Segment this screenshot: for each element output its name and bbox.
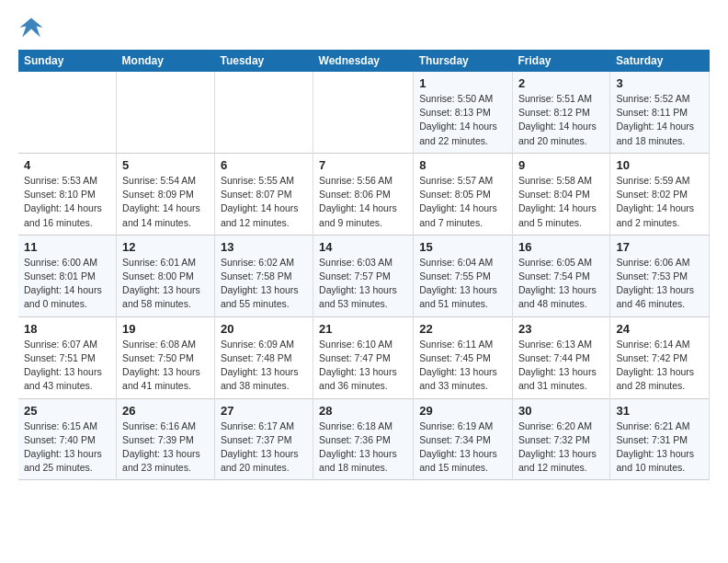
day-detail: Sunrise: 6:04 AMSunset: 7:55 PMDaylight:… bbox=[419, 256, 506, 312]
day-cell: 8Sunrise: 5:57 AMSunset: 8:05 PMDaylight… bbox=[414, 153, 513, 235]
header-thursday: Thursday bbox=[414, 50, 513, 72]
day-cell: 24Sunrise: 6:14 AMSunset: 7:42 PMDayligh… bbox=[610, 316, 710, 398]
day-detail: Sunrise: 6:09 AMSunset: 7:48 PMDaylight:… bbox=[221, 338, 307, 394]
day-cell: 16Sunrise: 6:05 AMSunset: 7:54 PMDayligh… bbox=[513, 235, 610, 316]
day-cell: 29Sunrise: 6:19 AMSunset: 7:34 PMDayligh… bbox=[414, 398, 513, 480]
day-detail: Sunrise: 5:50 AMSunset: 8:13 PMDaylight:… bbox=[419, 92, 506, 148]
day-cell: 21Sunrise: 6:10 AMSunset: 7:47 PMDayligh… bbox=[313, 316, 414, 398]
week-row-0: 1Sunrise: 5:50 AMSunset: 8:13 PMDaylight… bbox=[18, 72, 710, 153]
day-detail: Sunrise: 6:17 AMSunset: 7:37 PMDaylight:… bbox=[221, 419, 307, 476]
day-number: 4 bbox=[24, 158, 110, 172]
day-number: 30 bbox=[518, 404, 604, 418]
day-detail: Sunrise: 6:07 AMSunset: 7:51 PMDaylight:… bbox=[24, 338, 110, 394]
day-cell: 13Sunrise: 6:02 AMSunset: 7:58 PMDayligh… bbox=[214, 235, 313, 316]
week-row-2: 11Sunrise: 6:00 AMSunset: 8:01 PMDayligh… bbox=[18, 235, 710, 316]
calendar-header-row: SundayMondayTuesdayWednesdayThursdayFrid… bbox=[18, 50, 710, 72]
day-number: 23 bbox=[518, 322, 604, 336]
day-detail: Sunrise: 6:14 AMSunset: 7:42 PMDaylight:… bbox=[616, 338, 703, 394]
day-cell: 28Sunrise: 6:18 AMSunset: 7:36 PMDayligh… bbox=[313, 398, 414, 480]
header-friday: Friday bbox=[513, 50, 610, 72]
day-number: 14 bbox=[319, 240, 407, 254]
day-number: 29 bbox=[419, 404, 506, 418]
day-number: 7 bbox=[319, 158, 407, 172]
day-cell: 9Sunrise: 5:58 AMSunset: 8:04 PMDaylight… bbox=[513, 153, 610, 235]
day-detail: Sunrise: 5:56 AMSunset: 8:06 PMDaylight:… bbox=[319, 174, 407, 230]
day-detail: Sunrise: 6:10 AMSunset: 7:47 PMDaylight:… bbox=[319, 338, 407, 394]
logo-icon bbox=[18, 15, 44, 40]
day-detail: Sunrise: 5:59 AMSunset: 8:02 PMDaylight:… bbox=[616, 174, 703, 230]
day-cell: 3Sunrise: 5:52 AMSunset: 8:11 PMDaylight… bbox=[610, 72, 710, 153]
day-number: 10 bbox=[616, 158, 703, 172]
day-number: 17 bbox=[616, 240, 703, 254]
header-tuesday: Tuesday bbox=[214, 50, 313, 72]
day-detail: Sunrise: 6:06 AMSunset: 7:53 PMDaylight:… bbox=[616, 256, 703, 312]
day-detail: Sunrise: 6:16 AMSunset: 7:39 PMDaylight:… bbox=[122, 419, 209, 476]
day-detail: Sunrise: 6:01 AMSunset: 8:00 PMDaylight:… bbox=[122, 256, 209, 312]
day-detail: Sunrise: 6:02 AMSunset: 7:58 PMDaylight:… bbox=[221, 256, 307, 312]
day-detail: Sunrise: 6:20 AMSunset: 7:32 PMDaylight:… bbox=[518, 419, 604, 476]
day-cell: 11Sunrise: 6:00 AMSunset: 8:01 PMDayligh… bbox=[18, 235, 117, 316]
day-detail: Sunrise: 5:54 AMSunset: 8:09 PMDaylight:… bbox=[122, 174, 209, 230]
day-number: 15 bbox=[419, 240, 506, 254]
day-number: 18 bbox=[24, 322, 110, 336]
day-number: 26 bbox=[122, 404, 209, 418]
day-number: 20 bbox=[221, 322, 307, 336]
week-row-1: 4Sunrise: 5:53 AMSunset: 8:10 PMDaylight… bbox=[18, 153, 710, 235]
header-wednesday: Wednesday bbox=[313, 50, 414, 72]
svg-marker-0 bbox=[19, 18, 42, 38]
day-cell: 12Sunrise: 6:01 AMSunset: 8:00 PMDayligh… bbox=[117, 235, 215, 316]
day-detail: Sunrise: 6:05 AMSunset: 7:54 PMDaylight:… bbox=[518, 256, 604, 312]
day-cell: 4Sunrise: 5:53 AMSunset: 8:10 PMDaylight… bbox=[18, 153, 117, 235]
header-saturday: Saturday bbox=[610, 50, 710, 72]
day-number: 19 bbox=[122, 322, 209, 336]
day-cell: 26Sunrise: 6:16 AMSunset: 7:39 PMDayligh… bbox=[117, 398, 215, 480]
header-monday: Monday bbox=[117, 50, 215, 72]
day-cell bbox=[313, 72, 414, 153]
day-cell: 23Sunrise: 6:13 AMSunset: 7:44 PMDayligh… bbox=[513, 316, 610, 398]
day-cell: 17Sunrise: 6:06 AMSunset: 7:53 PMDayligh… bbox=[610, 235, 710, 316]
day-detail: Sunrise: 5:57 AMSunset: 8:05 PMDaylight:… bbox=[419, 174, 506, 230]
day-cell: 1Sunrise: 5:50 AMSunset: 8:13 PMDaylight… bbox=[414, 72, 513, 153]
day-cell: 5Sunrise: 5:54 AMSunset: 8:09 PMDaylight… bbox=[117, 153, 215, 235]
header-sunday: Sunday bbox=[18, 50, 117, 72]
day-cell: 2Sunrise: 5:51 AMSunset: 8:12 PMDaylight… bbox=[513, 72, 610, 153]
day-number: 11 bbox=[24, 240, 110, 254]
day-cell: 10Sunrise: 5:59 AMSunset: 8:02 PMDayligh… bbox=[610, 153, 710, 235]
day-cell bbox=[117, 72, 215, 153]
week-row-3: 18Sunrise: 6:07 AMSunset: 7:51 PMDayligh… bbox=[18, 316, 710, 398]
day-detail: Sunrise: 5:55 AMSunset: 8:07 PMDaylight:… bbox=[221, 174, 307, 230]
day-detail: Sunrise: 6:21 AMSunset: 7:31 PMDaylight:… bbox=[616, 419, 703, 476]
day-cell: 30Sunrise: 6:20 AMSunset: 7:32 PMDayligh… bbox=[513, 398, 610, 480]
week-row-4: 25Sunrise: 6:15 AMSunset: 7:40 PMDayligh… bbox=[18, 398, 710, 480]
logo bbox=[18, 15, 48, 40]
day-number: 6 bbox=[221, 158, 307, 172]
day-detail: Sunrise: 6:13 AMSunset: 7:44 PMDaylight:… bbox=[518, 338, 604, 394]
day-detail: Sunrise: 5:51 AMSunset: 8:12 PMDaylight:… bbox=[518, 92, 604, 148]
day-cell: 7Sunrise: 5:56 AMSunset: 8:06 PMDaylight… bbox=[313, 153, 414, 235]
day-number: 25 bbox=[24, 404, 110, 418]
day-number: 16 bbox=[518, 240, 604, 254]
day-detail: Sunrise: 5:52 AMSunset: 8:11 PMDaylight:… bbox=[616, 92, 703, 148]
day-number: 8 bbox=[419, 158, 506, 172]
day-detail: Sunrise: 5:58 AMSunset: 8:04 PMDaylight:… bbox=[518, 174, 604, 230]
day-number: 3 bbox=[616, 76, 703, 90]
day-number: 13 bbox=[221, 240, 307, 254]
day-number: 9 bbox=[518, 158, 604, 172]
day-number: 21 bbox=[319, 322, 407, 336]
day-cell: 20Sunrise: 6:09 AMSunset: 7:48 PMDayligh… bbox=[214, 316, 313, 398]
day-cell: 6Sunrise: 5:55 AMSunset: 8:07 PMDaylight… bbox=[214, 153, 313, 235]
day-detail: Sunrise: 6:15 AMSunset: 7:40 PMDaylight:… bbox=[24, 419, 110, 476]
day-number: 27 bbox=[221, 404, 307, 418]
day-cell: 27Sunrise: 6:17 AMSunset: 7:37 PMDayligh… bbox=[214, 398, 313, 480]
day-number: 28 bbox=[319, 404, 407, 418]
day-detail: Sunrise: 6:00 AMSunset: 8:01 PMDaylight:… bbox=[24, 256, 110, 312]
day-cell bbox=[214, 72, 313, 153]
day-cell: 14Sunrise: 6:03 AMSunset: 7:57 PMDayligh… bbox=[313, 235, 414, 316]
day-number: 5 bbox=[122, 158, 209, 172]
day-cell bbox=[18, 72, 117, 153]
day-number: 31 bbox=[616, 404, 703, 418]
calendar-table: SundayMondayTuesdayWednesdayThursdayFrid… bbox=[18, 50, 710, 480]
day-number: 2 bbox=[518, 76, 604, 90]
day-cell: 19Sunrise: 6:08 AMSunset: 7:50 PMDayligh… bbox=[117, 316, 215, 398]
day-number: 24 bbox=[616, 322, 703, 336]
